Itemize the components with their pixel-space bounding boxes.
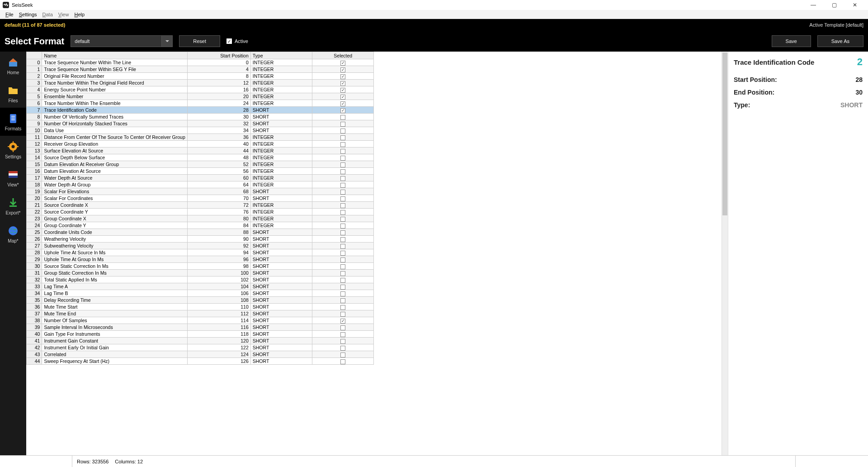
cell-selected[interactable] — [312, 175, 374, 181]
maximize-button[interactable]: ▢ — [824, 0, 844, 10]
cell-selected[interactable] — [312, 276, 374, 283]
table-row[interactable]: 28Uphole Time At Source In Ms94SHORT — [27, 249, 374, 256]
cell-selected[interactable] — [312, 249, 374, 256]
menu-settings[interactable]: Settings — [16, 12, 40, 17]
table-row[interactable]: 9Number Of Horizontally Stacked Traces32… — [27, 120, 374, 127]
cell-selected[interactable] — [312, 304, 374, 310]
cell-selected[interactable] — [312, 127, 374, 134]
cell-selected[interactable] — [312, 256, 374, 263]
nav-home[interactable]: Home — [0, 52, 26, 80]
table-row[interactable]: 6Trace Number Within The Ensemble24INTEG… — [27, 100, 374, 107]
table-row[interactable]: 34Lag Time B106SHORT — [27, 290, 374, 297]
table-row[interactable]: 3Trace Number Within The Original Field … — [27, 80, 374, 86]
cell-selected[interactable] — [312, 209, 374, 215]
cell-selected[interactable] — [312, 338, 374, 344]
table-row[interactable]: 35Delay Recording Time108SHORT — [27, 297, 374, 304]
cell-selected[interactable] — [312, 120, 374, 127]
cell-selected[interactable] — [312, 331, 374, 338]
cell-selected[interactable] — [312, 168, 374, 175]
saveas-button[interactable]: Save As — [817, 35, 863, 47]
nav-files[interactable]: Files — [0, 80, 26, 108]
cell-selected[interactable] — [312, 283, 374, 290]
reset-button[interactable]: Reset — [179, 35, 220, 47]
active-checkbox[interactable]: ✓ Active — [226, 38, 248, 44]
vertical-scrollbar[interactable] — [722, 52, 728, 455]
table-row[interactable]: 26Weathering Velocity90SHORT — [27, 236, 374, 243]
menu-help[interactable]: Help — [71, 12, 87, 17]
cell-selected[interactable] — [312, 134, 374, 141]
table-row[interactable]: 8Number Of Vertically Summed Traces30SHO… — [27, 114, 374, 120]
table-row[interactable]: 15Datum Elevation At Receiver Group52INT… — [27, 161, 374, 168]
table-row[interactable]: 41Instrument Gain Constant120SHORT — [27, 338, 374, 344]
table-row[interactable]: 19Scalar For Elevations68SHORT — [27, 188, 374, 195]
table-row[interactable]: 16Datum Elevation At Source56INTEGER — [27, 168, 374, 175]
table-row[interactable]: 29Uphole Time At Group In Ms96SHORT — [27, 256, 374, 263]
table-row[interactable]: 42Instrument Early Or Initial Gain122SHO… — [27, 344, 374, 351]
cell-selected[interactable] — [312, 243, 374, 249]
table-row[interactable]: 11Distance From Center Of The Source To … — [27, 134, 374, 141]
cell-selected[interactable] — [312, 202, 374, 209]
table-row[interactable]: 20Scalar For Coordinates70SHORT — [27, 195, 374, 202]
table-row[interactable]: 7Trace Identification Code28SHORT✓ — [27, 107, 374, 114]
cell-selected[interactable] — [312, 290, 374, 297]
nav-view[interactable]: View* — [0, 164, 26, 192]
table-row[interactable]: 18Water Depth At Group64INTEGER — [27, 181, 374, 188]
table-row[interactable]: 5Ensemble Number20INTEGER✓ — [27, 93, 374, 100]
cell-selected[interactable]: ✓ — [312, 73, 374, 80]
cell-selected[interactable] — [312, 215, 374, 222]
table-row[interactable]: 31Group Static Correction In Ms100SHORT — [27, 270, 374, 276]
nav-formats[interactable]: Formats — [0, 108, 26, 136]
close-button[interactable]: ✕ — [844, 0, 865, 10]
cell-selected[interactable]: ✓ — [312, 93, 374, 100]
cell-selected[interactable] — [312, 310, 374, 317]
cell-selected[interactable] — [312, 297, 374, 304]
cell-selected[interactable]: ✓ — [312, 59, 374, 66]
table-row[interactable]: 22Source Coordinate Y76INTEGER — [27, 209, 374, 215]
cell-selected[interactable] — [312, 181, 374, 188]
cell-selected[interactable] — [312, 344, 374, 351]
cell-selected[interactable] — [312, 270, 374, 276]
nav-map[interactable]: Map* — [0, 220, 26, 248]
cell-selected[interactable] — [312, 358, 374, 365]
table-row[interactable]: 40Gain Type For Instruments118SHORT — [27, 331, 374, 338]
table-row[interactable]: 12Receiver Group Elevation40INTEGER — [27, 141, 374, 148]
nav-settings[interactable]: Settings — [0, 136, 26, 164]
cell-selected[interactable] — [312, 114, 374, 120]
table-row[interactable]: 14Source Depth Below Surface48INTEGER — [27, 154, 374, 161]
cell-selected[interactable]: ✓ — [312, 100, 374, 107]
table-row[interactable]: 0Trace Sequence Number Within The Line0I… — [27, 59, 374, 66]
table-row[interactable]: 10Data Use34SHORT — [27, 127, 374, 134]
table-row[interactable]: 36Mute Time Start110SHORT — [27, 304, 374, 310]
table-row[interactable]: 27Subweathering Velocity92SHORT — [27, 243, 374, 249]
col-header-selected[interactable]: Selected — [312, 52, 374, 59]
cell-selected[interactable] — [312, 263, 374, 270]
table-row[interactable]: 24Group Coordinate Y84INTEGER — [27, 222, 374, 229]
cell-selected[interactable] — [312, 154, 374, 161]
cell-selected[interactable] — [312, 222, 374, 229]
table-row[interactable]: 39Sample Interval In Microseconds116SHOR… — [27, 324, 374, 331]
cell-selected[interactable] — [312, 351, 374, 358]
cell-selected[interactable] — [312, 161, 374, 168]
table-row[interactable]: 33Lag Time A104SHORT — [27, 283, 374, 290]
table-row[interactable]: 32Total Static Applied In Ms102SHORT — [27, 276, 374, 283]
menu-file[interactable]: File — [3, 12, 16, 17]
cell-selected[interactable] — [312, 148, 374, 154]
cell-selected[interactable] — [312, 195, 374, 202]
cell-selected[interactable] — [312, 236, 374, 243]
table-row[interactable]: 2Original File Record Number8INTEGER✓ — [27, 73, 374, 80]
template-select[interactable]: default — [71, 35, 173, 47]
cell-selected[interactable]: ✓ — [312, 80, 374, 86]
table-row[interactable]: 4Energy Source Point Number16INTEGER✓ — [27, 86, 374, 93]
cell-selected[interactable] — [312, 229, 374, 236]
table-row[interactable]: 38Number Of Samples114SHORT✓ — [27, 317, 374, 324]
col-header-index[interactable] — [27, 52, 42, 59]
table-row[interactable]: 44Sweep Frequency At Start (Hz)126SHORT — [27, 358, 374, 365]
cell-selected[interactable]: ✓ — [312, 66, 374, 73]
table-row[interactable]: 13Surface Elevation At Source44INTEGER — [27, 148, 374, 154]
cell-selected[interactable]: ✓ — [312, 317, 374, 324]
nav-export[interactable]: Export* — [0, 192, 26, 220]
table-row[interactable]: 25Coordinate Units Code88SHORT — [27, 229, 374, 236]
save-button[interactable]: Save — [772, 35, 811, 47]
table-row[interactable]: 1Trace Sequence Number Within SEG Y File… — [27, 66, 374, 73]
cell-selected[interactable] — [312, 141, 374, 148]
